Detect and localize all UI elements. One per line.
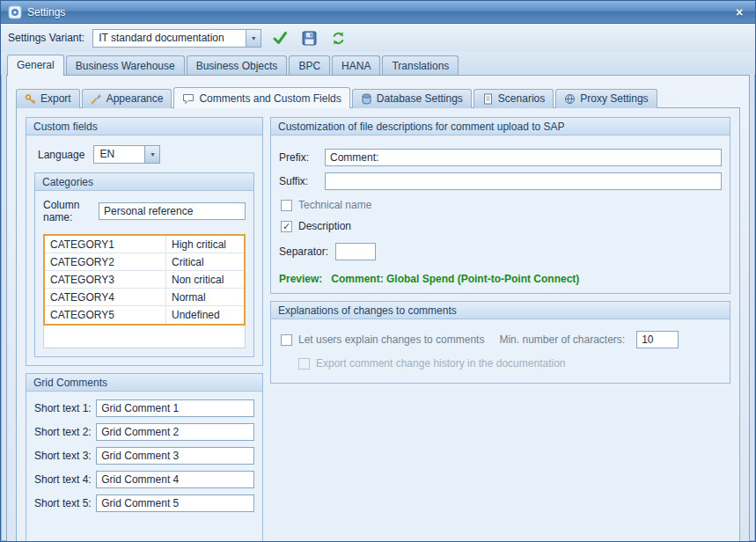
variant-value: IT standard documentation	[93, 30, 246, 47]
language-label: Language	[38, 149, 84, 161]
short-text-5-input[interactable]	[96, 494, 254, 512]
customization-group: Customization of file descriptions for c…	[270, 117, 730, 294]
customization-header: Customization of file descriptions for c…	[271, 118, 730, 136]
table-row[interactable]: CATEGORY4 Normal	[45, 289, 244, 306]
tab-general[interactable]: General	[7, 55, 64, 76]
grid-comments-group: Grid Comments Short text 1: Short text 2…	[26, 373, 263, 542]
short-text-2-label: Short text 2:	[34, 426, 96, 438]
explanations-group: Explanations of changes to comments Let …	[270, 301, 730, 384]
refresh-icon	[331, 31, 346, 46]
categories-table: CATEGORY1 High critical CATEGORY2 Critic…	[43, 234, 246, 326]
close-icon[interactable]: ×	[730, 4, 748, 19]
category-value: Non critical	[166, 271, 244, 288]
let-users-explain-checkbox[interactable]	[281, 334, 292, 346]
subtab-label: Appearance	[106, 92, 164, 105]
short-text-1-input[interactable]	[96, 399, 254, 417]
app-icon	[8, 5, 22, 19]
category-value: High critical	[166, 236, 244, 253]
sub-tab-strip: Export Appearance Comments and Custom Fi…	[7, 76, 749, 107]
category-key: CATEGORY4	[45, 289, 166, 305]
categories-header: Categories	[35, 173, 253, 191]
subtab-proxy-settings[interactable]: Proxy Settings	[555, 89, 657, 108]
table-row[interactable]: CATEGORY5 Undefined	[45, 306, 244, 324]
prefix-input[interactable]	[325, 149, 722, 166]
subtab-export[interactable]: Export	[16, 89, 80, 108]
category-key: CATEGORY2	[45, 253, 166, 270]
globe-icon	[564, 93, 576, 105]
preview-line: Preview:Comment: Global Spend (Point-to-…	[279, 273, 722, 285]
prefix-label: Prefix:	[279, 151, 325, 164]
subtab-label: Comments and Custom Fields	[199, 92, 341, 105]
save-button[interactable]	[298, 28, 319, 48]
category-key: CATEGORY5	[45, 306, 166, 324]
variant-toolbar: Settings Variant: IT standard documentat…	[1, 24, 755, 52]
table-row[interactable]: CATEGORY1 High critical	[45, 236, 244, 253]
short-text-2-input[interactable]	[96, 423, 254, 441]
refresh-button[interactable]	[327, 28, 349, 48]
database-icon	[361, 93, 372, 105]
let-users-explain-label: Let users explain changes to comments	[298, 333, 484, 346]
column-name-input[interactable]	[99, 202, 246, 220]
category-key: CATEGORY3	[45, 271, 166, 288]
preview-text: Comment: Global Spend (Point-to-Point Co…	[331, 273, 579, 285]
custom-fields-group: Custom fields Language EN ▼ Categories	[26, 117, 263, 366]
short-text-1-label: Short text 1:	[34, 402, 96, 414]
column-name-label: Column name:	[43, 199, 93, 223]
chevron-down-icon[interactable]: ▼	[144, 146, 159, 163]
general-tab-content: Export Appearance Comments and Custom Fi…	[6, 75, 750, 542]
subtab-appearance[interactable]: Appearance	[82, 89, 172, 108]
chevron-down-icon[interactable]: ▼	[246, 30, 261, 47]
short-text-4-input[interactable]	[96, 471, 254, 488]
export-history-checkbox	[298, 358, 310, 370]
comment-bubble-icon	[182, 93, 195, 105]
categories-group: Categories Column name: CATEGORY1 Hig	[34, 172, 254, 357]
comments-custom-fields-panel: Custom fields Language EN ▼ Categories	[16, 107, 740, 542]
language-value: EN	[94, 146, 144, 163]
min-chars-input	[636, 331, 679, 348]
apply-button[interactable]	[269, 28, 290, 48]
left-column: Custom fields Language EN ▼ Categories	[26, 117, 263, 542]
technical-name-checkbox[interactable]	[281, 200, 292, 211]
technical-name-label: Technical name	[298, 199, 371, 211]
category-value: Undefined	[166, 306, 244, 324]
language-combobox[interactable]: EN ▼	[93, 145, 160, 164]
suffix-label: Suffix:	[279, 175, 325, 187]
main-tab-strip: General Business Warehouse Business Obje…	[1, 52, 755, 75]
document-list-icon	[482, 93, 494, 105]
short-text-4-label: Short text 4:	[34, 473, 96, 486]
tab-bpc[interactable]: BPC	[289, 55, 330, 76]
custom-fields-header: Custom fields	[26, 118, 262, 136]
save-icon	[302, 31, 317, 46]
short-text-5-label: Short text 5:	[34, 497, 96, 509]
subtab-scenarios[interactable]: Scenarios	[473, 89, 554, 108]
variant-label: Settings Variant:	[8, 32, 84, 44]
right-column: Customization of file descriptions for c…	[270, 117, 730, 542]
subtab-label: Database Settings	[377, 92, 463, 105]
separator-input[interactable]	[335, 243, 376, 260]
categories-empty-area[interactable]	[43, 326, 246, 348]
short-text-3-label: Short text 3:	[34, 450, 96, 462]
tab-business-warehouse[interactable]: Business Warehouse	[66, 55, 185, 76]
tab-business-objects[interactable]: Business Objects	[187, 55, 288, 76]
subtab-database-settings[interactable]: Database Settings	[352, 89, 472, 108]
suffix-input[interactable]	[325, 172, 722, 190]
settings-dialog: Settings × Settings Variant: IT standard…	[0, 0, 756, 542]
description-label: Description	[298, 220, 351, 232]
explanations-header: Explanations of changes to comments	[271, 302, 730, 319]
tab-translations[interactable]: Translations	[382, 55, 459, 76]
category-value: Normal	[166, 289, 244, 305]
tab-hana[interactable]: HANA	[332, 55, 380, 76]
export-key-icon	[25, 93, 36, 105]
variant-combobox[interactable]: IT standard documentation ▼	[92, 29, 261, 48]
table-row[interactable]: CATEGORY2 Critical	[45, 253, 244, 271]
table-row[interactable]: CATEGORY3 Non critical	[45, 271, 244, 289]
separator-label: Separator:	[279, 245, 328, 258]
export-history-label: Export comment change history in the doc…	[316, 357, 566, 370]
subtab-label: Proxy Settings	[580, 92, 648, 105]
short-text-3-input[interactable]	[96, 447, 254, 465]
description-checkbox[interactable]: ✓	[281, 221, 292, 232]
window-title: Settings	[27, 6, 65, 18]
title-bar[interactable]: Settings ×	[1, 1, 755, 24]
grid-comments-header: Grid Comments	[26, 374, 262, 392]
subtab-comments-custom-fields[interactable]: Comments and Custom Fields	[173, 87, 349, 108]
